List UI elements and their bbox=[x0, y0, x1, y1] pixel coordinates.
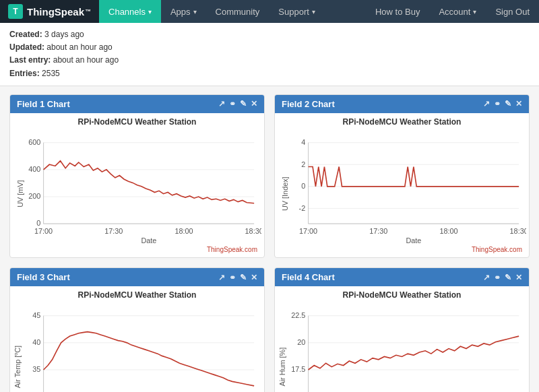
field1-chart-subtitle: RPi-NodeMCU Weather Station bbox=[13, 117, 261, 127]
charts-grid: Field 1 Chart ↗ ⚭ ✎ ✕ RPi-NodeMCU Weathe… bbox=[9, 94, 530, 392]
svg-text:18:30: 18:30 bbox=[510, 227, 526, 235]
field2-line bbox=[309, 166, 519, 186]
svg-text:600: 600 bbox=[28, 138, 40, 146]
meta-last-entry: Last entry: about an hour ago bbox=[9, 54, 530, 67]
field1-chart-body: RPi-NodeMCU Weather Station UV [mV] bbox=[10, 113, 264, 258]
trademark: ™ bbox=[85, 8, 91, 15]
field1-credit: ThingSpeak.com bbox=[13, 244, 261, 256]
field1-chart-card: Field 1 Chart ↗ ⚭ ✎ ✕ RPi-NodeMCU Weathe… bbox=[9, 94, 265, 259]
field1-line bbox=[44, 161, 255, 203]
svg-text:400: 400 bbox=[28, 165, 40, 173]
field3-chart-subtitle: RPi-NodeMCU Weather Station bbox=[13, 290, 261, 300]
field4-chart-card: Field 4 Chart ↗ ⚭ ✎ ✕ RPi-NodeMCU Weathe… bbox=[274, 267, 530, 392]
field3-chart-header: Field 3 Chart ↗ ⚭ ✎ ✕ bbox=[10, 268, 264, 286]
svg-text:40: 40 bbox=[32, 339, 40, 347]
field1-close-icon[interactable]: ✕ bbox=[251, 99, 257, 108]
field4-edit-icon[interactable]: ✎ bbox=[505, 273, 511, 282]
field4-line bbox=[309, 336, 519, 370]
field4-chart-subtitle: RPi-NodeMCU Weather Station bbox=[278, 290, 526, 300]
field4-svg: Air Hum [%] 22.5 20 17.5 15 bbox=[278, 301, 526, 392]
field3-chart-card: Field 3 Chart ↗ ⚭ ✎ ✕ RPi-NodeMCU Weathe… bbox=[9, 267, 265, 392]
field1-external-icon[interactable]: ↗ bbox=[218, 99, 225, 108]
field2-chart-card: Field 2 Chart ↗ ⚭ ✎ ✕ RPi-NodeMCU Weathe… bbox=[274, 94, 530, 259]
svg-text:Date: Date bbox=[141, 236, 156, 244]
meta-entries: Entries: 2535 bbox=[9, 67, 530, 80]
svg-text:0: 0 bbox=[36, 219, 40, 227]
svg-text:18:00: 18:00 bbox=[439, 227, 457, 235]
field2-chart-title: Field 2 Chart bbox=[282, 99, 335, 109]
nav-support[interactable]: Support ▾ bbox=[269, 0, 325, 23]
field2-chart-subtitle: RPi-NodeMCU Weather Station bbox=[278, 117, 526, 127]
field3-comment-icon[interactable]: ⚭ bbox=[229, 273, 236, 282]
charts-area: Field 1 Chart ↗ ⚭ ✎ ✕ RPi-NodeMCU Weathe… bbox=[0, 86, 539, 392]
channels-caret: ▾ bbox=[148, 8, 152, 15]
nav-right: How to Buy Account ▾ Sign Out bbox=[366, 0, 539, 23]
field4-y-label: Air Hum [%] bbox=[278, 348, 286, 387]
nav-items: Channels ▾ Apps ▾ Community Support ▾ Ho… bbox=[99, 0, 539, 23]
field1-y-label: UV [mV] bbox=[16, 180, 24, 207]
field1-svg: UV [mV] 600 400 200 0 bbox=[13, 128, 261, 245]
nav-sign-out[interactable]: Sign Out bbox=[486, 0, 539, 23]
field2-edit-icon[interactable]: ✎ bbox=[505, 99, 511, 108]
field4-chart-body: RPi-NodeMCU Weather Station Air Hum [%] bbox=[275, 286, 529, 392]
nav-channels[interactable]: Channels ▾ bbox=[99, 0, 161, 23]
brand-name: ThingSpeak bbox=[27, 6, 84, 18]
field3-chart-container: Air Temp [ºC] 45 40 35 30 bbox=[13, 301, 261, 392]
field2-credit: ThingSpeak.com bbox=[278, 244, 526, 256]
nav-community[interactable]: Community bbox=[206, 0, 270, 23]
field3-external-icon[interactable]: ↗ bbox=[218, 273, 225, 282]
svg-text:200: 200 bbox=[28, 192, 40, 200]
field2-external-icon[interactable]: ↗ bbox=[483, 99, 490, 108]
svg-text:17:00: 17:00 bbox=[34, 227, 53, 235]
svg-text:2: 2 bbox=[301, 160, 305, 168]
field4-chart-title: Field 4 Chart bbox=[282, 272, 335, 282]
svg-text:20: 20 bbox=[297, 339, 305, 347]
svg-text:17.5: 17.5 bbox=[291, 366, 305, 374]
meta-updated: Updated: about an hour ago bbox=[9, 41, 530, 54]
channel-meta: Created: 3 days ago Updated: about an ho… bbox=[0, 23, 539, 86]
svg-text:35: 35 bbox=[32, 366, 40, 374]
field3-edit-icon[interactable]: ✎ bbox=[240, 273, 247, 282]
field1-edit-icon[interactable]: ✎ bbox=[240, 99, 247, 108]
field3-chart-body: RPi-NodeMCU Weather Station Air Temp [ºC… bbox=[10, 286, 264, 392]
support-caret: ▾ bbox=[312, 8, 315, 15]
field3-svg: Air Temp [ºC] 45 40 35 30 bbox=[13, 301, 261, 392]
nav-account[interactable]: Account ▾ bbox=[429, 0, 486, 23]
field3-close-icon[interactable]: ✕ bbox=[251, 273, 257, 282]
field3-header-icons: ↗ ⚭ ✎ ✕ bbox=[218, 273, 257, 282]
account-caret: ▾ bbox=[473, 8, 476, 15]
field2-chart-header: Field 2 Chart ↗ ⚭ ✎ ✕ bbox=[275, 95, 529, 113]
svg-text:17:30: 17:30 bbox=[104, 227, 123, 235]
svg-text:22.5: 22.5 bbox=[291, 311, 305, 319]
field4-external-icon[interactable]: ↗ bbox=[483, 273, 490, 282]
nav-apps[interactable]: Apps ▾ bbox=[161, 0, 206, 23]
svg-text:45: 45 bbox=[32, 311, 40, 319]
svg-text:17:30: 17:30 bbox=[369, 227, 387, 235]
field4-close-icon[interactable]: ✕ bbox=[515, 273, 522, 282]
apps-caret: ▾ bbox=[193, 8, 197, 15]
field1-chart-container: UV [mV] 600 400 200 0 bbox=[13, 128, 261, 245]
field2-comment-icon[interactable]: ⚭ bbox=[494, 99, 501, 108]
svg-text:18:30: 18:30 bbox=[245, 227, 261, 235]
field1-header-icons: ↗ ⚭ ✎ ✕ bbox=[218, 99, 257, 108]
field2-y-label: UV [Index] bbox=[281, 176, 289, 211]
nav-how-to-buy[interactable]: How to Buy bbox=[366, 0, 429, 23]
field2-header-icons: ↗ ⚭ ✎ ✕ bbox=[483, 99, 522, 108]
field2-chart-container: UV [Index] 4 2 0 -2 bbox=[278, 128, 526, 245]
field4-header-icons: ↗ ⚭ ✎ ✕ bbox=[483, 273, 522, 282]
svg-text:-2: -2 bbox=[299, 203, 306, 211]
field2-close-icon[interactable]: ✕ bbox=[515, 99, 522, 108]
svg-text:0: 0 bbox=[301, 182, 305, 190]
svg-text:4: 4 bbox=[301, 138, 305, 146]
field1-comment-icon[interactable]: ⚭ bbox=[229, 99, 236, 108]
field2-svg: UV [Index] 4 2 0 -2 bbox=[278, 128, 526, 245]
field3-chart-title: Field 3 Chart bbox=[17, 272, 70, 282]
field1-chart-header: Field 1 Chart ↗ ⚭ ✎ ✕ bbox=[10, 95, 264, 113]
field4-chart-container: Air Hum [%] 22.5 20 17.5 15 bbox=[278, 301, 526, 392]
field3-y-label: Air Temp [ºC] bbox=[13, 346, 22, 388]
field2-chart-body: RPi-NodeMCU Weather Station UV [Index] bbox=[275, 113, 529, 258]
field4-comment-icon[interactable]: ⚭ bbox=[494, 273, 501, 282]
svg-text:18:00: 18:00 bbox=[175, 227, 193, 235]
brand-logo[interactable]: T ThingSpeak™ bbox=[0, 0, 99, 23]
logo-icon: T bbox=[8, 4, 23, 19]
